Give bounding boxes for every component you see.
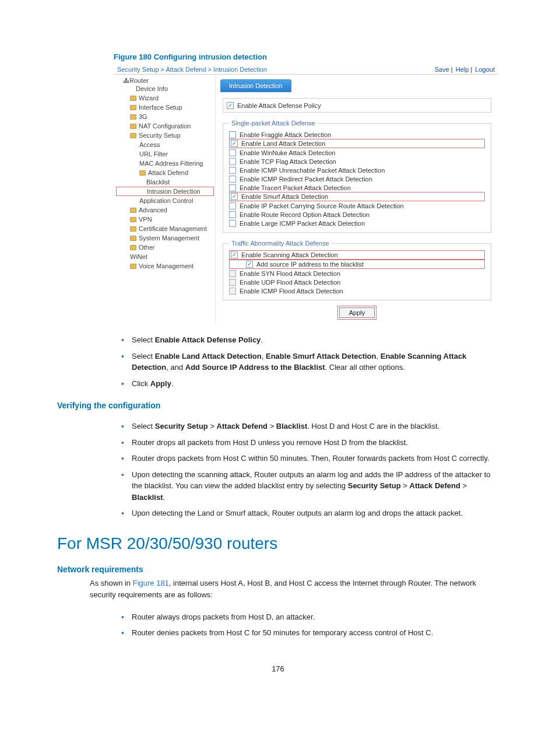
list-item: Router always drops packets from Host D,… xyxy=(121,611,499,623)
nav-app-control[interactable]: Application Control xyxy=(116,196,214,205)
apply-button[interactable]: Apply xyxy=(339,307,375,318)
list-item: Upon detecting the scanning attack, Rout… xyxy=(121,469,499,503)
single-packet-group: Single-packet Attack Defense Enable Frag… xyxy=(223,120,491,233)
enable-policy-row: ✓ Enable Attack Defense Policy xyxy=(223,98,491,113)
logout-link[interactable]: Logout xyxy=(475,66,495,73)
nav-attack-defend[interactable]: Attack Defend xyxy=(116,168,214,177)
traffic-abnormality-group: Traffic Abnormality Attack Defense ✓Enab… xyxy=(223,240,491,300)
nav-other[interactable]: Other xyxy=(116,243,214,252)
page-number: 176 xyxy=(57,664,499,673)
nav-url-filter[interactable]: URL Filter xyxy=(116,149,214,159)
list-item: Click Apply. xyxy=(121,378,499,390)
enable-policy-label: Enable Attack Defense Policy xyxy=(237,102,321,109)
nav-security[interactable]: Security Setup xyxy=(116,131,214,140)
checkbox-tracert[interactable] xyxy=(229,184,236,191)
figure-ref[interactable]: Figure 181 xyxy=(133,579,169,587)
nav-nat[interactable]: NAT Configuration xyxy=(116,121,214,131)
checkbox-winnuke[interactable] xyxy=(229,149,236,156)
checkbox-icmp-redirect[interactable] xyxy=(229,176,236,183)
list-item: Upon detecting the Land or Smurf attack,… xyxy=(121,508,499,519)
requirements-list: Router always drops packets from Host D,… xyxy=(57,611,499,639)
nav-vpn[interactable]: VPN xyxy=(116,215,214,224)
breadcrumb-bar: Security Setup > Attack Defend > Intrusi… xyxy=(114,65,498,75)
folder-icon xyxy=(130,245,136,250)
nav-interface-setup[interactable]: Interface Setup xyxy=(116,103,214,112)
folder-icon xyxy=(130,96,136,101)
help-link[interactable]: Help xyxy=(456,66,469,73)
folder-icon xyxy=(130,217,136,222)
folder-icon xyxy=(130,226,136,232)
folder-icon xyxy=(130,105,136,110)
list-item: Router drops packets from Host C within … xyxy=(121,453,499,464)
nav-3g[interactable]: 3G xyxy=(116,112,214,121)
checkbox-add-blacklist[interactable]: ✓ xyxy=(246,261,253,268)
nav-voice[interactable]: Voice Management xyxy=(116,261,214,271)
checkbox-smurf[interactable]: ✓ xyxy=(231,193,238,200)
checkbox-icmp-flood[interactable] xyxy=(229,288,236,295)
nav-mac-filter[interactable]: MAC Address Filtering xyxy=(116,159,214,168)
tab-intrusion-detection[interactable]: Intrusion Detection xyxy=(220,79,291,92)
nav-blacklist[interactable]: Blacklist xyxy=(116,177,214,187)
folder-icon xyxy=(130,236,136,241)
list-item: Router drops all packets from Host D unl… xyxy=(121,437,499,449)
checkbox-land[interactable]: ✓ xyxy=(231,140,238,147)
checkbox-large-icmp[interactable] xyxy=(229,220,236,227)
nav-tree: 🖧Router Device Info Wizard Interface Set… xyxy=(114,75,216,324)
network-requirements-heading: Network requirements xyxy=(57,565,499,574)
folder-icon xyxy=(130,208,136,213)
list-item: Select Enable Land Attack Detection, Ena… xyxy=(121,351,499,373)
top-links: Save | Help | Logout xyxy=(434,66,495,73)
figure-title: Figure 180 Configuring intrusion detecti… xyxy=(114,52,499,61)
nav-root[interactable]: 🖧Router xyxy=(116,77,214,84)
tab-bar: Intrusion Detection xyxy=(220,79,494,92)
checkbox-udp-flood[interactable] xyxy=(229,279,236,286)
folder-icon xyxy=(130,124,136,129)
section-heading: For MSR 20/30/50/930 routers xyxy=(57,534,499,553)
main-panel: Intrusion Detection ✓ Enable Attack Defe… xyxy=(216,75,498,324)
checkbox-tcpflag[interactable] xyxy=(229,158,236,165)
list-item: Select Security Setup > Attack Defend > … xyxy=(121,421,499,432)
breadcrumb: Security Setup > Attack Defend > Intrusi… xyxy=(117,66,267,73)
nav-root-label: Router xyxy=(129,77,149,84)
checkbox-syn-flood[interactable] xyxy=(229,270,236,277)
nav-sys-mgmt[interactable]: System Management xyxy=(116,233,214,243)
screenshot: Security Setup > Attack Defend > Intrusi… xyxy=(114,65,498,324)
nav-intrusion-detection[interactable]: Intrusion Detection xyxy=(116,187,214,196)
checkbox-icmp-unreach[interactable] xyxy=(229,167,236,174)
instruction-list: Select Enable Attack Defense Policy. Sel… xyxy=(57,334,499,389)
traffic-abnormality-legend: Traffic Abnormality Attack Defense xyxy=(229,240,332,247)
folder-icon xyxy=(130,264,136,269)
list-item: Router denies packets from Host C for 50… xyxy=(121,627,499,639)
verify-heading: Verifying the configuration xyxy=(57,401,499,410)
checkbox-enable-policy[interactable]: ✓ xyxy=(227,102,234,109)
nav-device-info[interactable]: Device Info xyxy=(116,84,214,93)
checkbox-scanning[interactable]: ✓ xyxy=(231,251,238,258)
single-packet-legend: Single-packet Attack Defense xyxy=(229,120,318,127)
checkbox-fraggle[interactable] xyxy=(229,131,236,138)
nav-winet[interactable]: WiNet xyxy=(116,252,214,261)
folder-icon xyxy=(130,114,136,120)
verify-list: Select Security Setup > Attack Defend > … xyxy=(57,421,499,519)
checkbox-route-record[interactable] xyxy=(229,211,236,218)
nav-advanced[interactable]: Advanced xyxy=(116,205,214,215)
save-link[interactable]: Save xyxy=(435,66,449,73)
paragraph: As shown in Figure 181, internal users H… xyxy=(90,578,499,601)
nav-access[interactable]: Access xyxy=(116,140,214,149)
list-item: Select Enable Attack Defense Policy. xyxy=(121,334,499,346)
checkbox-src-route[interactable] xyxy=(229,202,236,209)
nav-wizard[interactable]: Wizard xyxy=(116,93,214,103)
nav-cert[interactable]: Certificate Management xyxy=(116,224,214,233)
folder-icon xyxy=(139,170,146,176)
folder-icon xyxy=(130,133,136,138)
